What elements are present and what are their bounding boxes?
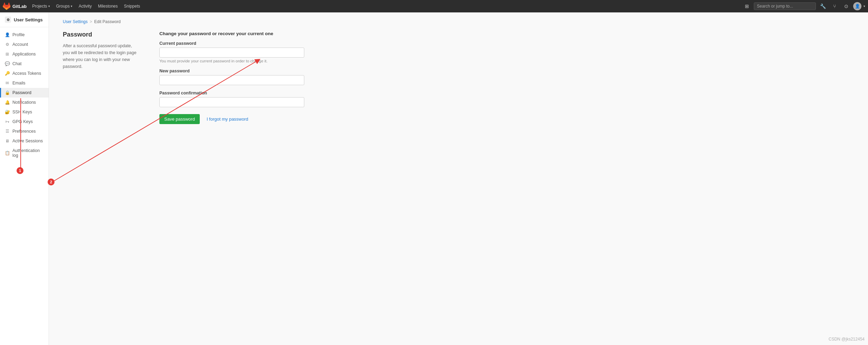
sidebar-item-password[interactable]: 🔒 Password <box>0 88 49 98</box>
password-form: Change your password or recover your cur… <box>159 31 304 124</box>
password-confirmation-group: Password confirmation <box>159 91 304 107</box>
new-password-group: New password <box>159 69 304 85</box>
key-icon: 🔑 <box>5 71 10 76</box>
sidebar-item-active-sessions[interactable]: 🖥 Active Sessions <box>0 136 49 146</box>
settings-icon: ⚙ <box>5 17 11 23</box>
sidebar-item-preferences[interactable]: ☰ Preferences <box>0 126 49 136</box>
search-wrapper <box>754 2 816 10</box>
chevron-icon: ▾ <box>71 4 72 8</box>
sidebar-nav: 👤 Profile ⚙ Account ⊞ Applications 💬 Cha… <box>0 27 49 163</box>
current-password-group: Current password You must provide your c… <box>159 41 304 63</box>
preferences-icon: ☰ <box>5 129 10 134</box>
email-icon: ✉ <box>5 81 10 85</box>
content-grid: Password After a successful password upd… <box>63 31 373 124</box>
breadcrumb-current: Edit Password <box>94 19 121 24</box>
search-input[interactable] <box>754 2 816 10</box>
merge-request-icon[interactable]: ⑂ <box>830 1 839 11</box>
page-layout: ⚙ User Settings 👤 Profile ⚙ Account ⊞ Ap… <box>0 12 868 345</box>
ssh-icon: 🔐 <box>5 110 10 114</box>
sidebar: ⚙ User Settings 👤 Profile ⚙ Account ⊞ Ap… <box>0 12 49 345</box>
breadcrumb-separator: > <box>90 19 92 24</box>
bell-icon: 🔔 <box>5 100 10 105</box>
breadcrumb: User Settings > Edit Password <box>63 19 854 24</box>
main-nav: Projects ▾ Groups ▾ Activity Milestones … <box>29 2 742 10</box>
sidebar-item-notifications[interactable]: 🔔 Notifications <box>0 98 49 107</box>
sessions-icon: 🖥 <box>5 139 10 143</box>
new-password-input[interactable] <box>159 75 304 85</box>
sidebar-item-applications[interactable]: ⊞ Applications <box>0 49 49 59</box>
current-password-input[interactable] <box>159 48 304 58</box>
nav-groups[interactable]: Groups ▾ <box>53 2 75 10</box>
breadcrumb-parent[interactable]: User Settings <box>63 19 88 24</box>
sidebar-item-emails[interactable]: ✉ Emails <box>0 78 49 88</box>
user-avatar[interactable]: 👤 <box>853 2 861 10</box>
gear-icon: ⚙ <box>5 42 10 47</box>
nav-snippets[interactable]: Snippets <box>121 2 143 10</box>
brand-logo[interactable]: GitLab <box>3 2 27 10</box>
sidebar-item-profile[interactable]: 👤 Profile <box>0 30 49 40</box>
nav-milestones[interactable]: Milestones <box>95 2 120 10</box>
sidebar-item-chat[interactable]: 💬 Chat <box>0 59 49 69</box>
content-left: Password After a successful password upd… <box>63 31 139 124</box>
wrench-icon[interactable]: 🔧 <box>818 1 828 11</box>
current-password-label: Current password <box>159 41 304 46</box>
issues-icon[interactable]: ⊙ <box>841 1 851 11</box>
page-title: Password <box>63 31 139 38</box>
sidebar-header: ⚙ User Settings <box>0 12 49 27</box>
sidebar-item-access-tokens[interactable]: 🔑 Access Tokens <box>0 69 49 78</box>
sidebar-item-account[interactable]: ⚙ Account <box>0 40 49 49</box>
watermark: CSDN @jks212454 <box>829 337 865 342</box>
log-icon: 📋 <box>5 151 10 155</box>
new-password-label: New password <box>159 69 304 73</box>
password-confirmation-label: Password confirmation <box>159 91 304 95</box>
app-icon: ⊞ <box>5 52 10 57</box>
avatar-chevron[interactable]: ▾ <box>864 4 865 8</box>
top-navbar: GitLab Projects ▾ Groups ▾ Activity Mile… <box>0 0 868 12</box>
chat-icon: 💬 <box>5 61 10 66</box>
brand-name: GitLab <box>12 4 27 9</box>
form-actions: Save password I forgot my password <box>159 114 304 124</box>
sidebar-item-gpg-keys[interactable]: 🗝 GPG Keys <box>0 117 49 126</box>
lock-icon: 🔒 <box>5 90 10 95</box>
sidebar-item-ssh-keys[interactable]: 🔐 SSH Keys <box>0 107 49 117</box>
avatar-icon: 👤 <box>855 4 860 9</box>
gpg-icon: 🗝 <box>5 119 10 124</box>
dashboard-icon[interactable]: ⊞ <box>742 1 752 11</box>
form-section-title: Change your password or recover your cur… <box>159 31 304 36</box>
person-icon: 👤 <box>5 32 10 37</box>
chevron-icon: ▾ <box>48 4 50 8</box>
password-confirmation-input[interactable] <box>159 97 304 107</box>
nav-activity[interactable]: Activity <box>76 2 95 10</box>
navbar-right: ⊞ 🔧 ⑂ ⊙ 👤 ▾ <box>742 1 865 11</box>
sidebar-item-auth-log[interactable]: 📋 Authentication log <box>0 146 49 160</box>
save-password-button[interactable]: Save password <box>159 114 200 124</box>
nav-projects[interactable]: Projects ▾ <box>29 2 52 10</box>
main-content: User Settings > Edit Password Password A… <box>49 12 868 345</box>
sidebar-title: User Settings <box>14 17 43 22</box>
forgot-password-link[interactable]: I forgot my password <box>203 114 252 124</box>
current-password-hint: You must provide your current password i… <box>159 59 304 63</box>
page-description: After a successful password update, you … <box>63 42 139 70</box>
